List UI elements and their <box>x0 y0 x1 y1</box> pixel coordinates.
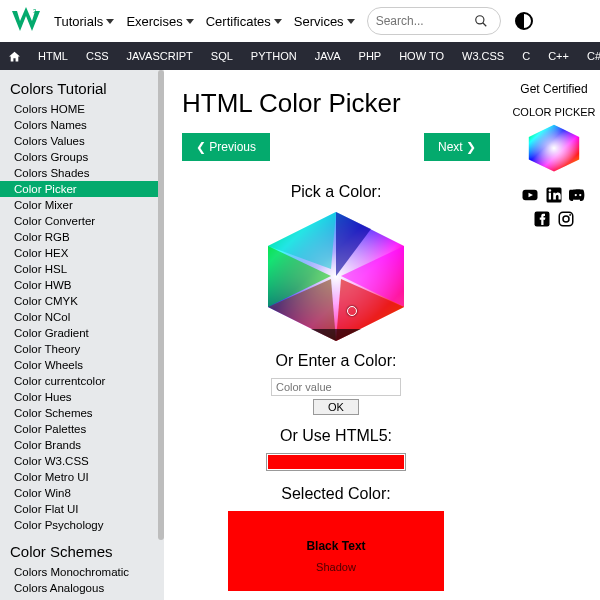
sidebar-item-colors-groups[interactable]: Colors Groups <box>0 149 164 165</box>
sidebar-item-colors-analogous[interactable]: Colors Analogous <box>0 580 164 596</box>
ok-button[interactable]: OK <box>313 399 359 415</box>
sidebar-item-color-mixer[interactable]: Color Mixer <box>0 197 164 213</box>
search-box[interactable] <box>367 7 501 35</box>
nav-python[interactable]: PYTHON <box>242 42 306 70</box>
sidebar-item-color-hsl[interactable]: Color HSL <box>0 261 164 277</box>
caret-down-icon <box>274 19 282 24</box>
sidebar-item-color-theory[interactable]: Color Theory <box>0 341 164 357</box>
sidebar-item-color-ncol[interactable]: Color NCol <box>0 309 164 325</box>
caret-down-icon <box>106 19 114 24</box>
enter-color-label: Or Enter a Color: <box>182 352 490 370</box>
color-picker-mini-icon[interactable] <box>526 123 582 173</box>
linkedin-icon[interactable] <box>544 185 564 205</box>
svg-marker-13 <box>529 125 579 172</box>
sidebar-heading: Color Schemes <box>0 533 164 564</box>
html5-color-input[interactable] <box>266 453 406 471</box>
sidebar-item-colors-monochromatic[interactable]: Colors Monochromatic <box>0 564 164 580</box>
shadow-text-sample: Shadow <box>228 561 444 573</box>
topmenu-tutorials[interactable]: Tutorials <box>54 14 114 29</box>
sidebar-item-color-w3.css[interactable]: Color W3.CSS <box>0 453 164 469</box>
nav-php[interactable]: PHP <box>350 42 391 70</box>
svg-point-23 <box>563 216 569 222</box>
nav-home-icon[interactable] <box>0 42 29 70</box>
nav-w3css[interactable]: W3.CSS <box>453 42 513 70</box>
sidebar-item-color-gradient[interactable]: Color Gradient <box>0 325 164 341</box>
search-icon[interactable] <box>474 14 488 28</box>
color-picker-label: COLOR PICKER <box>512 106 596 119</box>
sidebar-item-color-converter[interactable]: Color Converter <box>0 213 164 229</box>
sidebar-item-colors-values[interactable]: Colors Values <box>0 133 164 149</box>
facebook-icon[interactable] <box>532 209 552 229</box>
sidebar-item-color-palettes[interactable]: Color Palettes <box>0 421 164 437</box>
topmenu-services[interactable]: Services <box>294 14 355 29</box>
black-text-sample: Black Text <box>228 539 444 553</box>
next-button[interactable]: Next ❯ <box>424 133 490 161</box>
page-title: HTML Color Picker <box>182 88 490 119</box>
sidebar-item-color-brands[interactable]: Color Brands <box>0 437 164 453</box>
svg-line-2 <box>482 23 486 27</box>
topmenu-certificates[interactable]: Certificates <box>206 14 282 29</box>
svg-point-1 <box>475 16 483 24</box>
sidebar-item-colors-complementary[interactable]: Colors Complementary <box>0 596 164 600</box>
nav-sql[interactable]: SQL <box>202 42 242 70</box>
selected-color-swatch: Black Text Shadow <box>228 511 444 591</box>
sidebar-item-color-hex[interactable]: Color HEX <box>0 245 164 261</box>
nav-c[interactable]: C++ <box>539 42 578 70</box>
w3schools-logo[interactable]: 3 <box>10 5 42 37</box>
sidebar-item-color-psychology[interactable]: Color Psychology <box>0 517 164 533</box>
sidebar-scrollbar[interactable] <box>158 70 164 600</box>
svg-point-18 <box>549 189 552 192</box>
pick-color-label: Pick a Color: <box>182 183 490 201</box>
nav-javascript[interactable]: JAVASCRIPT <box>118 42 202 70</box>
sidebar: Colors TutorialColors HOMEColors NamesCo… <box>0 70 164 600</box>
instagram-icon[interactable] <box>556 209 576 229</box>
dark-mode-toggle[interactable] <box>515 12 533 30</box>
color-value-input[interactable] <box>271 378 401 396</box>
sidebar-item-colors-shades[interactable]: Colors Shades <box>0 165 164 181</box>
nav-java[interactable]: JAVA <box>306 42 350 70</box>
sidebar-item-color-schemes[interactable]: Color Schemes <box>0 405 164 421</box>
svg-point-24 <box>569 214 571 216</box>
caret-down-icon <box>347 19 355 24</box>
nav-c[interactable]: C <box>513 42 539 70</box>
sidebar-item-colors-home[interactable]: Colors HOME <box>0 101 164 117</box>
previous-button[interactable]: ❮ Previous <box>182 133 270 161</box>
discord-icon[interactable] <box>568 185 588 205</box>
hex-color-picker[interactable] <box>261 209 411 344</box>
sidebar-item-color-hues[interactable]: Color Hues <box>0 389 164 405</box>
svg-point-19 <box>575 194 577 196</box>
nav-c[interactable]: C# <box>578 42 600 70</box>
youtube-icon[interactable] <box>520 185 540 205</box>
sidebar-item-colors-names[interactable]: Colors Names <box>0 117 164 133</box>
nav-html[interactable]: HTML <box>29 42 77 70</box>
sidebar-item-color-rgb[interactable]: Color RGB <box>0 229 164 245</box>
selected-color-label: Selected Color: <box>182 485 490 503</box>
sidebar-item-color-currentcolor[interactable]: Color currentcolor <box>0 373 164 389</box>
sidebar-heading: Colors Tutorial <box>0 70 164 101</box>
sidebar-item-color-hwb[interactable]: Color HWB <box>0 277 164 293</box>
svg-rect-17 <box>549 193 551 200</box>
sidebar-item-color-wheels[interactable]: Color Wheels <box>0 357 164 373</box>
sidebar-item-color-picker[interactable]: Color Picker <box>0 181 164 197</box>
nav-howto[interactable]: HOW TO <box>390 42 453 70</box>
sidebar-item-color-metro-ui[interactable]: Color Metro UI <box>0 469 164 485</box>
nav-css[interactable]: CSS <box>77 42 118 70</box>
svg-point-20 <box>579 194 581 196</box>
svg-marker-11 <box>311 329 361 341</box>
caret-down-icon <box>186 19 194 24</box>
search-input[interactable] <box>376 14 474 28</box>
topmenu-exercises[interactable]: Exercises <box>126 14 193 29</box>
sidebar-item-color-cmyk[interactable]: Color CMYK <box>0 293 164 309</box>
html5-label: Or Use HTML5: <box>182 427 490 445</box>
sidebar-item-color-flat-ui[interactable]: Color Flat UI <box>0 501 164 517</box>
picker-cursor <box>347 306 357 316</box>
sidebar-item-color-win8[interactable]: Color Win8 <box>0 485 164 501</box>
get-certified-link[interactable]: Get Certified <box>512 82 596 96</box>
